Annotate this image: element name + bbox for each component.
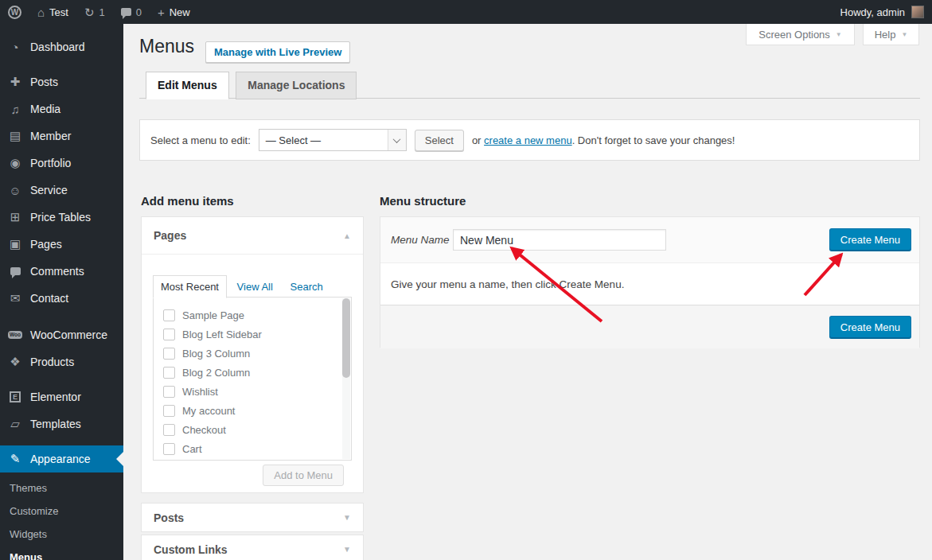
custom-links-panel-header[interactable]: Custom Links ▼ [142,535,363,560]
sidebar-item-woocommerce[interactable]: Woo WooCommerce [0,321,123,348]
envelope-icon: ✉ [7,291,23,305]
sidebar-item-media[interactable]: ♫ Media [0,95,123,122]
sidebar-item-elementor[interactable]: E Elementor [0,383,123,410]
comments-bubble-icon [121,8,131,16]
package-icon: ❖ [7,355,23,369]
manage-with-live-preview-button[interactable]: Manage with Live Preview [205,41,350,63]
site-name-menu[interactable]: ⌂ Test [29,0,76,24]
sidebar-item-portfolio[interactable]: ◉ Portfolio [0,150,123,177]
add-to-menu-button[interactable]: Add to Menu [263,465,344,486]
media-icon: ♫ [7,103,23,116]
pages-checklist: Sample Page Blog Left Sidebar Blog 3 Col… [153,297,352,461]
menu-actions-footer: Create Menu [380,305,919,348]
list-item-wishlist: Wishlist [163,382,351,401]
list-item-my-account: My account [163,401,351,420]
dashboard-icon: ◔ [7,41,23,54]
submenu-item-menus[interactable]: Menus [0,546,123,560]
create-menu-button-bottom[interactable]: Create Menu [829,316,911,339]
sidebar-item-label: Comments [30,265,84,278]
help-label: Help [875,29,896,41]
checkbox-my-account[interactable] [163,405,175,417]
list-item-blog-left-sidebar: Blog Left Sidebar [163,325,351,344]
new-content-menu[interactable]: + New [150,0,198,24]
smiley-icon: ☺ [7,184,23,197]
wordpress-logo-menu[interactable]: W [0,0,29,24]
sidebar-item-label: Price Tables [30,211,91,224]
sidebar-item-contact[interactable]: ✉ Contact [0,285,123,312]
sidebar-item-label: Posts [30,76,58,88]
checkbox-blog-left-sidebar[interactable] [163,329,175,340]
menu-name-input[interactable] [453,229,666,251]
comments-count: 0 [136,6,142,18]
sidebar-item-label: Elementor [30,391,81,403]
comments-menu[interactable]: 0 [113,0,150,24]
posts-panel-header[interactable]: Posts ▼ [142,504,363,531]
pages-list-scrollbar-thumb[interactable] [342,298,350,378]
menu-name-label: Menu Name [391,234,453,246]
sidebar-item-label: Products [30,356,74,368]
create-menu-button-top[interactable]: Create Menu [829,228,911,251]
sidebar-item-dashboard[interactable]: ◔ Dashboard [0,33,123,60]
menu-name-row: Menu Name Create Menu [380,217,919,263]
pages-list-scrollbar-track [342,298,350,459]
menu-select-bar: Select a menu to edit: — Select — Select… [139,119,920,161]
updates-menu[interactable]: ↻ 1 [76,0,113,24]
pages-icon: ▣ [7,237,23,251]
sidebar-item-pages[interactable]: ▣ Pages [0,231,123,258]
checkbox-blog-3-column[interactable] [163,348,175,360]
help-button[interactable]: Help ▼ [863,24,919,45]
menu-hint-text: Give your menu a name, then click Create… [391,278,624,290]
pages-panel-header[interactable]: Pages ▲ [142,217,363,255]
sidebar-item-posts[interactable]: ✚ Posts [0,68,123,95]
add-menu-items-heading: Add menu items [141,194,234,208]
page-item-label: Cart [182,443,202,455]
custom-links-panel: Custom Links ▼ [141,535,364,560]
checkbox-checkout[interactable] [163,424,175,436]
howdy-label: Howdy, admin [840,6,905,18]
sidebar-item-label: Dashboard [30,41,85,53]
sidebar-item-templates[interactable]: ▱ Templates [0,410,123,438]
my-account-menu[interactable]: Howdy, admin [840,0,932,24]
chevron-down-icon: ▼ [901,31,907,38]
updates-count: 1 [99,6,104,18]
sidebar-item-member[interactable]: ▤ Member [0,122,123,150]
sidebar-item-products[interactable]: ❖ Products [0,348,123,375]
checkbox-cart[interactable] [163,443,175,455]
sidebar-item-price-tables[interactable]: ⊞ Price Tables [0,204,123,231]
tab-manage-locations[interactable]: Manage Locations [236,72,357,99]
pages-panel: Pages ▲ Most Recent View All Search Samp… [141,216,364,493]
list-item-sample-page: Sample Page [163,305,351,325]
portfolio-icon: ◉ [7,156,23,170]
sidebar-item-appearance[interactable]: ✎ Appearance [0,445,123,472]
checkbox-sample-page[interactable] [163,309,175,321]
select-button[interactable]: Select [415,130,464,151]
menu-select-dropdown[interactable]: — Select — [259,129,407,151]
sidebar-item-label: Media [30,103,60,115]
tab-view-all[interactable]: View All [230,276,280,298]
menu-select-value: — Select — [259,134,388,146]
sidebar-item-comments[interactable]: Comments [0,258,123,285]
tab-most-recent[interactable]: Most Recent [153,275,227,298]
checkbox-blog-2-column[interactable] [163,367,175,379]
tab-edit-menus[interactable]: Edit Menus [146,72,229,99]
page-item-label: My account [182,405,235,417]
sidebar-item-service[interactable]: ☺ Service [0,177,123,204]
list-item-blog-3-column: Blog 3 Column [163,344,351,363]
folder-icon: ▱ [7,417,23,431]
screen-options-button[interactable]: Screen Options ▼ [746,24,855,45]
list-item-cart: Cart [163,439,351,458]
paintbrush-icon: ✎ [7,452,23,466]
create-new-menu-link[interactable]: create a new menu [484,134,572,146]
chevron-down-icon [388,130,406,150]
submenu-item-widgets[interactable]: Widgets [0,523,123,546]
new-label: New [170,6,190,18]
checkbox-wishlist[interactable] [163,386,175,398]
submenu-item-themes[interactable]: Themes [0,476,123,500]
page-item-label: Blog 3 Column [182,348,250,360]
appearance-submenu: Themes Customize Widgets Menus [0,472,123,560]
tab-search[interactable]: Search [283,276,330,298]
pages-panel-body: Most Recent View All Search Sample Page … [142,255,363,461]
submenu-item-customize[interactable]: Customize [0,500,123,523]
pages-panel-title: Pages [154,229,186,242]
custom-links-panel-title: Custom Links [154,543,228,556]
